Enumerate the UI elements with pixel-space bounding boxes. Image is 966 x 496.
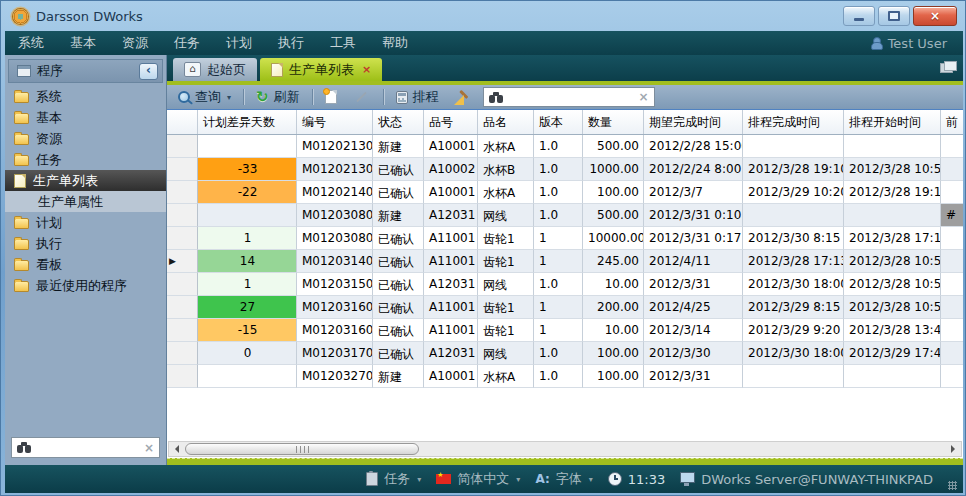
cell-sched_end bbox=[743, 204, 844, 227]
minimize-button[interactable] bbox=[843, 6, 875, 26]
table-row[interactable]: -15M012031602已确认A11001齿轮1110.002012/3/14… bbox=[167, 319, 963, 342]
sidebar-item[interactable]: 任务 bbox=[5, 149, 166, 170]
scroll-left-button[interactable] bbox=[169, 442, 184, 456]
table-row[interactable]: ▶14M012031402已确认A11001齿轮11245.002012/4/1… bbox=[167, 250, 963, 273]
cell-pn: A11001 bbox=[424, 227, 478, 250]
status-font-menu[interactable]: A: 字体 ▾ bbox=[535, 470, 592, 488]
column-header[interactable]: 计划差异天数 bbox=[198, 110, 297, 134]
row-selector[interactable] bbox=[167, 365, 198, 388]
table-row[interactable]: -22M012021401已确认A10001水杯A1.0100.002012/3… bbox=[167, 181, 963, 204]
cell-expect: 2012/3/14 bbox=[644, 319, 743, 342]
column-header[interactable] bbox=[167, 110, 198, 134]
window-list-icon[interactable] bbox=[940, 63, 953, 73]
clean-button[interactable] bbox=[449, 88, 474, 107]
table-row[interactable]: M012032701新建A10001水杯A1.0100.002012/3/31 bbox=[167, 365, 963, 388]
row-selector[interactable] bbox=[167, 227, 198, 250]
cell-ver: 1.0 bbox=[534, 342, 583, 365]
column-header[interactable]: 状态 bbox=[373, 110, 424, 134]
horizontal-scrollbar[interactable] bbox=[168, 441, 962, 457]
sidebar-item[interactable]: 执行 bbox=[5, 233, 166, 254]
table-row[interactable]: 27M012031601已确认A11001齿轮11200.002012/4/25… bbox=[167, 296, 963, 319]
table-row[interactable]: 0M012031701已确认A12031网线1.0100.002012/3/30… bbox=[167, 342, 963, 365]
sidebar-item[interactable]: 最近使用的程序 bbox=[5, 275, 166, 296]
column-header[interactable]: 排程完成时间 bbox=[743, 110, 844, 134]
tab-生产单列表[interactable]: 生产单列表× bbox=[260, 58, 382, 81]
row-selector[interactable] bbox=[167, 135, 198, 158]
new-button[interactable] bbox=[320, 88, 342, 106]
cell-extra bbox=[941, 135, 963, 158]
cell-diff bbox=[198, 135, 297, 158]
clear-filter-icon[interactable]: × bbox=[639, 90, 649, 104]
status-language-menu[interactable]: ★ 简体中文 ▾ bbox=[436, 470, 520, 488]
table-row[interactable]: 1M012031501已确认A12031网线1.010.002012/3/312… bbox=[167, 273, 963, 296]
query-button[interactable]: 查询 ▾ bbox=[173, 86, 236, 108]
refresh-button[interactable]: ↻ 刷新 bbox=[251, 86, 305, 108]
row-selector[interactable] bbox=[167, 204, 198, 227]
menu-item[interactable]: 任务 bbox=[161, 35, 213, 50]
sidebar-item[interactable]: 计划 bbox=[5, 212, 166, 233]
resize-grip[interactable] bbox=[948, 481, 957, 490]
close-icon: × bbox=[930, 9, 940, 23]
column-header[interactable]: 前 bbox=[941, 110, 963, 134]
column-header[interactable]: 版本 bbox=[534, 110, 583, 134]
row-selector[interactable]: ▶ bbox=[167, 250, 198, 273]
scroll-right-button[interactable] bbox=[946, 442, 961, 456]
table-row[interactable]: 1M012030802已确认A11001齿轮1110000.002012/3/3… bbox=[167, 227, 963, 250]
sidebar-item[interactable]: 资源 bbox=[5, 128, 166, 149]
folder-icon bbox=[14, 260, 29, 271]
cell-qty: 500.00 bbox=[583, 204, 644, 227]
cell-status: 新建 bbox=[373, 365, 424, 388]
table-row[interactable]: -33M012021302已确认A10002水杯B1.01000.002012/… bbox=[167, 158, 963, 181]
cell-sched_start: 2012/3/28 10:52 bbox=[844, 273, 941, 296]
status-task-menu[interactable]: 任务 ▾ bbox=[366, 470, 421, 488]
row-selector[interactable] bbox=[167, 296, 198, 319]
tab-起始页[interactable]: ⌂起始页 bbox=[173, 58, 257, 81]
column-header[interactable]: 期望完成时间 bbox=[644, 110, 743, 134]
column-header[interactable]: 排程开始时间 bbox=[844, 110, 941, 134]
row-selector[interactable] bbox=[167, 181, 198, 204]
row-selector[interactable] bbox=[167, 158, 198, 181]
menu-item[interactable]: 执行 bbox=[265, 35, 317, 50]
close-button[interactable]: × bbox=[913, 6, 957, 26]
cell-sched_end: 2012/3/30 18:00 bbox=[743, 342, 844, 365]
sidebar-item[interactable]: 看板 bbox=[5, 254, 166, 275]
sidebar-title: 程序 bbox=[37, 62, 63, 80]
menu-item[interactable]: 计划 bbox=[213, 35, 265, 50]
close-tab-icon[interactable]: × bbox=[362, 63, 371, 76]
cell-sched_end: 2012/3/29 9:20 bbox=[743, 319, 844, 342]
row-selector[interactable] bbox=[167, 273, 198, 296]
cell-expect: 2012/3/31 0:10 bbox=[644, 204, 743, 227]
scrollbar-track[interactable] bbox=[184, 442, 946, 456]
column-header[interactable]: 编号 bbox=[297, 110, 373, 134]
table-row[interactable]: M012021301新建A10001水杯A1.0500.002012/2/28 … bbox=[167, 135, 963, 158]
menu-item[interactable]: 系统 bbox=[5, 35, 57, 50]
sidebar-item[interactable]: 生产单属性 bbox=[5, 191, 166, 212]
menu-item[interactable]: 资源 bbox=[109, 35, 161, 50]
column-header[interactable]: 品名 bbox=[478, 110, 534, 134]
row-selector[interactable] bbox=[167, 319, 198, 342]
sidebar-item[interactable]: 生产单列表 bbox=[5, 170, 166, 191]
filter-input[interactable] bbox=[509, 89, 634, 105]
menu-item[interactable]: 帮助 bbox=[369, 35, 421, 50]
edit-button[interactable] bbox=[347, 94, 376, 100]
cell-sched_start bbox=[844, 365, 941, 388]
collapse-sidebar-button[interactable]: ‹ bbox=[139, 63, 158, 80]
sidebar-search-input[interactable] bbox=[37, 440, 139, 456]
table-row[interactable]: M012030801新建A12031网线1.0500.002012/3/31 0… bbox=[167, 204, 963, 227]
cell-num: M012021302 bbox=[297, 158, 373, 181]
menu-item[interactable]: 基本 bbox=[57, 35, 109, 50]
sidebar-item[interactable]: 基本 bbox=[5, 107, 166, 128]
maximize-button[interactable] bbox=[878, 6, 910, 26]
sidebar-item[interactable]: 系统 bbox=[5, 86, 166, 107]
schedule-button[interactable]: 排程 bbox=[391, 86, 444, 108]
row-selector[interactable] bbox=[167, 342, 198, 365]
user-badge[interactable]: Test User bbox=[870, 36, 963, 51]
folder-icon bbox=[14, 92, 29, 103]
clear-search-icon[interactable]: × bbox=[144, 441, 154, 455]
column-header[interactable]: 数量 bbox=[583, 110, 644, 134]
folder-icon bbox=[14, 281, 29, 292]
cell-pn: A11001 bbox=[424, 319, 478, 342]
scrollbar-thumb[interactable] bbox=[185, 443, 419, 455]
column-header[interactable]: 品号 bbox=[424, 110, 478, 134]
menu-item[interactable]: 工具 bbox=[317, 35, 369, 50]
